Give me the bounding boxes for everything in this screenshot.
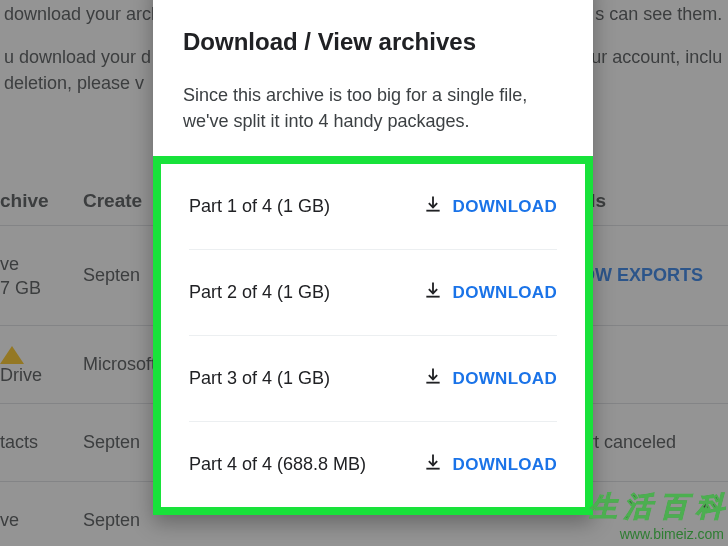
part-label: Part 3 of 4 (1 GB) bbox=[189, 368, 330, 389]
download-archives-modal: Download / View archives Since this arch… bbox=[153, 0, 593, 515]
download-button[interactable]: DOWNLOAD bbox=[423, 280, 557, 305]
highlight-frame: Part 1 of 4 (1 GB) DOWNLOAD Part 2 of 4 … bbox=[153, 156, 593, 515]
part-label: Part 4 of 4 (688.8 MB) bbox=[189, 454, 366, 475]
parts-list: Part 1 of 4 (1 GB) DOWNLOAD Part 2 of 4 … bbox=[161, 164, 585, 507]
archive-part-row: Part 2 of 4 (1 GB) DOWNLOAD bbox=[189, 250, 557, 336]
modal-title: Download / View archives bbox=[183, 28, 563, 56]
download-button[interactable]: DOWNLOAD bbox=[423, 194, 557, 219]
download-icon bbox=[423, 280, 443, 305]
archive-part-row: Part 1 of 4 (1 GB) DOWNLOAD bbox=[189, 164, 557, 250]
part-label: Part 2 of 4 (1 GB) bbox=[189, 282, 330, 303]
download-button[interactable]: DOWNLOAD bbox=[423, 452, 557, 477]
download-icon bbox=[423, 366, 443, 391]
download-icon bbox=[423, 194, 443, 219]
modal-header: Download / View archives Since this arch… bbox=[153, 0, 593, 156]
download-button[interactable]: DOWNLOAD bbox=[423, 366, 557, 391]
watermark-url: www.bimeiz.com bbox=[589, 526, 724, 542]
download-label: DOWNLOAD bbox=[453, 369, 557, 389]
archive-part-row: Part 3 of 4 (1 GB) DOWNLOAD bbox=[189, 336, 557, 422]
download-label: DOWNLOAD bbox=[453, 455, 557, 475]
download-icon bbox=[423, 452, 443, 477]
modal-subtitle: Since this archive is too big for a sing… bbox=[183, 82, 563, 134]
download-label: DOWNLOAD bbox=[453, 283, 557, 303]
watermark-text: 生 活 百 科 bbox=[589, 488, 724, 526]
part-label: Part 1 of 4 (1 GB) bbox=[189, 196, 330, 217]
download-label: DOWNLOAD bbox=[453, 197, 557, 217]
archive-part-row: Part 4 of 4 (688.8 MB) DOWNLOAD bbox=[189, 422, 557, 507]
watermark: 生 活 百 科 www.bimeiz.com bbox=[589, 488, 724, 542]
